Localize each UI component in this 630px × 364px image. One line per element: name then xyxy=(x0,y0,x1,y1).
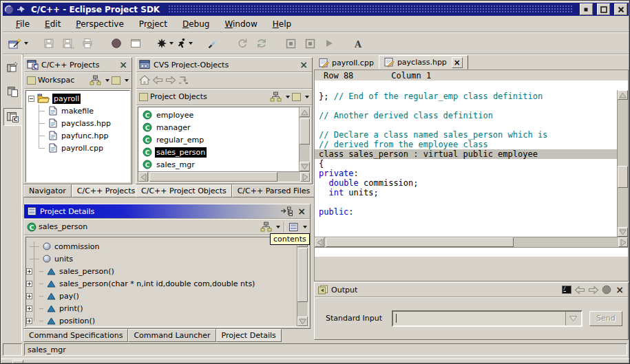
code-line[interactable]: { xyxy=(315,159,617,169)
paintbrush-button[interactable] xyxy=(204,35,223,52)
list-item[interactable]: Cemployee xyxy=(138,109,299,121)
expander-minus-icon[interactable] xyxy=(28,96,34,102)
home-icon[interactable] xyxy=(139,75,150,85)
scrollbar-thumb[interactable] xyxy=(326,237,514,247)
member-row[interactable]: sales_person() xyxy=(26,265,297,277)
run-button[interactable] xyxy=(175,35,194,52)
details-vertical-scrollbar[interactable] xyxy=(297,237,308,326)
details-hierarchy-icon[interactable] xyxy=(260,222,272,232)
close-button[interactable] xyxy=(614,3,627,15)
scrollbar-thumb[interactable] xyxy=(618,166,628,188)
scroll-right-icon[interactable] xyxy=(302,173,308,181)
code-line[interactable]: // derived from the employee class xyxy=(315,140,617,149)
editor-tab-close-icon[interactable]: × xyxy=(452,57,463,68)
workspace-toggle-icon[interactable] xyxy=(27,76,36,85)
input-history-dropdown-button[interactable] xyxy=(565,312,581,325)
output-close-icon[interactable]: × xyxy=(614,286,625,293)
perspective-c-cpp-perspective[interactable]: C xyxy=(3,108,23,126)
member-row[interactable]: print() xyxy=(26,302,297,314)
scroll-left-icon[interactable] xyxy=(317,239,323,246)
view-menu-icon[interactable] xyxy=(112,76,120,85)
scrollbar-thumb[interactable] xyxy=(300,118,310,144)
list-item[interactable]: Cregular_emp xyxy=(138,133,299,146)
stop-circle-button[interactable] xyxy=(107,35,126,52)
cvs-objects-close-icon[interactable]: × xyxy=(298,61,309,68)
menu-item-edit[interactable]: Edit xyxy=(39,17,67,31)
minimize-button[interactable] xyxy=(580,3,593,15)
tree-row[interactable]: makefile xyxy=(26,105,129,117)
expander-plus-icon[interactable] xyxy=(26,318,32,324)
editor-tab[interactable]: payroll.cpp xyxy=(314,56,379,69)
contents-dropdown-icon[interactable] xyxy=(303,226,307,228)
editor-tab[interactable]: payclass.hpp× xyxy=(379,55,468,69)
details-tab[interactable]: Command Specifications xyxy=(23,329,128,342)
forward-icon[interactable] xyxy=(165,76,176,85)
new-wizard-dropdown-icon[interactable] xyxy=(24,42,28,45)
menu-item-window[interactable]: Window xyxy=(218,17,263,31)
code-line[interactable]: int units; xyxy=(315,188,617,197)
link-with-editor-icon[interactable] xyxy=(280,206,293,216)
menu-item-file[interactable]: File xyxy=(10,17,36,31)
titlebar-texture[interactable] xyxy=(168,5,573,14)
code-line[interactable] xyxy=(315,120,617,130)
objects-horizontal-scrollbar[interactable] xyxy=(138,171,310,182)
expander-plus-icon[interactable] xyxy=(26,281,32,287)
scroll-up-icon[interactable] xyxy=(619,92,627,98)
editor-horizontal-scrollbar[interactable] xyxy=(315,237,628,247)
member-row[interactable]: position() xyxy=(26,314,297,326)
console-icon[interactable]: / xyxy=(562,286,571,294)
code-line[interactable] xyxy=(315,101,617,111)
objects-hierarchy-dropdown-icon[interactable] xyxy=(286,96,290,98)
stop-icon[interactable] xyxy=(602,285,611,295)
cpp-projects-titlebar[interactable]: C C/C++ Projects × xyxy=(24,58,132,72)
details-hierarchy-dropdown-icon[interactable] xyxy=(276,226,280,228)
resize-grip[interactable] xyxy=(12,360,23,364)
code-line[interactable]: class sales_person : virtual public empl… xyxy=(315,149,617,159)
list-item[interactable]: Csales_person xyxy=(138,146,299,158)
cvs-objects-titlebar[interactable]: CVS Project-Objects × xyxy=(136,58,312,72)
new-window-button[interactable] xyxy=(126,35,145,52)
code-line[interactable]: private: xyxy=(315,169,617,178)
list-item[interactable]: Cmanager xyxy=(138,121,299,133)
debug-button[interactable] xyxy=(155,35,175,52)
frame-button-2-button[interactable] xyxy=(300,35,319,52)
scroll-down-icon[interactable] xyxy=(301,164,308,170)
objects-toggle-icon[interactable] xyxy=(139,93,148,101)
menu-item-debug[interactable]: Debug xyxy=(176,17,216,31)
expander-plus-icon[interactable] xyxy=(26,268,32,275)
debug-dropdown-icon[interactable] xyxy=(169,42,174,45)
projects-tab[interactable]: Navigator xyxy=(23,184,72,197)
details-tab[interactable]: Command Launcher xyxy=(128,329,216,342)
member-row[interactable]: sales_person(char * n,int id,double com,… xyxy=(26,277,297,290)
maximize-button[interactable] xyxy=(597,3,610,15)
scrollbar-thumb[interactable] xyxy=(149,172,277,182)
layout-hierarchy-icon[interactable] xyxy=(90,75,101,85)
code-line[interactable]: // Another derived class definition xyxy=(315,111,617,120)
objects-vertical-scrollbar[interactable] xyxy=(299,107,310,171)
code-line[interactable]: double commission; xyxy=(315,178,617,188)
objects-tab[interactable]: C/C++ Parsed Files xyxy=(232,184,316,197)
expander-plus-icon[interactable] xyxy=(26,293,32,299)
scroll-left-icon[interactable] xyxy=(140,173,147,181)
output-back-icon[interactable] xyxy=(574,286,585,295)
project-details-close-icon[interactable]: × xyxy=(296,208,307,215)
tree-row[interactable]: payfunc.hpp xyxy=(26,129,129,142)
standard-input-field[interactable] xyxy=(393,312,565,325)
perspective-resource-perspective[interactable] xyxy=(4,83,22,100)
projects-tab[interactable]: C/C++ Projects xyxy=(72,184,140,197)
tree-row[interactable]: payroll xyxy=(26,92,129,105)
scroll-down-icon[interactable] xyxy=(299,319,306,325)
pin-icon[interactable] xyxy=(17,6,25,13)
contents-icon[interactable] xyxy=(288,222,299,232)
member-row[interactable]: units xyxy=(26,253,297,265)
view-menu-dropdown-icon[interactable] xyxy=(125,79,129,82)
code-line[interactable] xyxy=(315,197,617,207)
menu-item-help[interactable]: Help xyxy=(266,17,297,31)
objects-menu-dropdown-icon[interactable] xyxy=(305,96,309,98)
code-line[interactable]: public: xyxy=(315,207,617,217)
member-row[interactable]: pay() xyxy=(26,290,297,302)
objects-hierarchy-icon[interactable] xyxy=(270,92,282,102)
scroll-down-icon[interactable] xyxy=(619,229,627,235)
output-titlebar[interactable]: Output / × xyxy=(315,283,628,297)
go-into-icon[interactable] xyxy=(178,76,189,85)
